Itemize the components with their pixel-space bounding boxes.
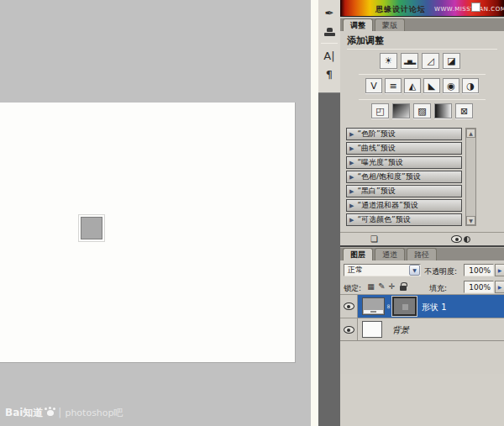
layer-list: ∞ 形状 1 背景	[340, 294, 504, 341]
glyph: V	[370, 81, 377, 92]
shape-fill-thumbnail[interactable]	[362, 297, 385, 315]
lock-all-icon[interactable]	[397, 281, 408, 292]
expanded-view-icon[interactable]: ❏	[370, 234, 378, 244]
background-thumbnail[interactable]	[362, 321, 382, 338]
layers-empty-area	[340, 374, 504, 426]
vibrance-icon[interactable]: V	[365, 78, 382, 93]
levels-icon[interactable]: ▂▅▂	[401, 53, 418, 69]
toolbar-buttons: ✒ A| ¶	[318, 0, 340, 93]
adjustments-footer-bar: ❏	[340, 232, 504, 245]
brush-tool-glyph: ✒	[325, 7, 334, 19]
expander-icon[interactable]: ▶	[349, 188, 354, 195]
preset-label: “色阶”预设	[357, 129, 395, 139]
posterize-icon[interactable]	[392, 103, 410, 118]
opacity-label: 不透明度:	[424, 266, 457, 277]
expander-icon[interactable]: ▶	[349, 202, 354, 209]
brightness-contrast-icon[interactable]: ☀	[380, 53, 397, 69]
site-name-text: 思缘设计论坛	[375, 4, 426, 15]
glyph: ◭	[409, 81, 416, 92]
layers-panel: 正常 ▼ 不透明度: 100% ▶ 锁定: ▦ ✎ ✛ 填充: 100% ▶ ∞…	[340, 260, 504, 426]
fill-value: 100%	[469, 283, 491, 292]
paragraph-tool-icon[interactable]: ¶	[320, 65, 339, 83]
preset-exposure[interactable]: ▶ “曝光度”预设	[346, 156, 462, 169]
preset-scrollbar[interactable]: ▲ ▼	[465, 128, 476, 226]
eye-icon[interactable]	[344, 302, 354, 310]
photo-filter-icon[interactable]: ◉	[443, 78, 459, 93]
scroll-up-icon[interactable]: ▲	[466, 129, 475, 138]
visibility-cell[interactable]	[340, 295, 358, 318]
layer-name[interactable]: 背景	[392, 324, 409, 336]
preset-label: “可选颜色”预设	[357, 214, 410, 225]
exposure-icon[interactable]: ◪	[443, 53, 460, 69]
blend-mode-select[interactable]: 正常 ▼	[344, 264, 421, 276]
pasteboard: Bai知道 | photoshop吧	[0, 0, 311, 426]
gradient-map-icon[interactable]	[434, 103, 452, 118]
opacity-stepper-icon[interactable]: ▶	[495, 264, 504, 276]
blend-mode-value: 正常	[344, 265, 409, 276]
glyph: ≡	[389, 81, 396, 92]
spectrum-watermark-bar: 思缘设计论坛 WWW.MISSYUAN.COM	[340, 0, 504, 17]
layers-tab-bar: 图层 通道 路径	[340, 247, 504, 260]
eye-icon[interactable]	[344, 326, 354, 334]
curves-icon[interactable]: ◿	[422, 53, 439, 69]
fill-slider	[364, 310, 383, 313]
scroll-down-icon[interactable]: ▼	[466, 216, 475, 225]
opacity-field[interactable]: 100%	[464, 264, 494, 276]
threshold-icon[interactable]: ▨	[413, 103, 431, 118]
expander-icon[interactable]: ▶	[349, 131, 354, 138]
lock-transparent-icon[interactable]: ▦	[365, 281, 376, 292]
preset-label: “曝光度”预设	[357, 157, 402, 168]
fill-stepper-icon[interactable]: ▶	[495, 281, 504, 293]
tab-paths[interactable]: 路径	[407, 248, 437, 260]
chevron-down-icon[interactable]: ▼	[409, 265, 420, 276]
toolbar-separator	[321, 43, 338, 44]
invert-icon[interactable]: ◰	[371, 103, 389, 118]
hue-saturation-icon[interactable]: ≡	[385, 78, 402, 93]
vector-mask-thumbnail[interactable]	[392, 297, 417, 316]
adjustments-panel: 添加调整 ☀ ▂▅▂ ◿ ◪ V ≡ ◭ ◣ ◉ ◑ ◰ ▨ ⊠ ▶	[340, 31, 504, 247]
color-balance-icon[interactable]: ◭	[404, 78, 421, 93]
white-swatch	[471, 3, 480, 12]
black-white-icon[interactable]: ◣	[423, 78, 440, 93]
type-tool-icon[interactable]: A|	[320, 46, 339, 65]
selective-color-icon[interactable]: ⊠	[455, 103, 473, 118]
channel-mixer-icon[interactable]: ◑	[462, 78, 479, 93]
glyph: ◣	[428, 81, 435, 92]
fill-field[interactable]: 100%	[464, 281, 494, 293]
adjustment-icon-row-2: V ≡ ◭ ◣ ◉ ◑	[365, 78, 479, 93]
preset-curves[interactable]: ▶ “曲线”预设	[346, 142, 462, 155]
layer-name[interactable]: 形状 1	[422, 302, 447, 313]
layer-row-shape[interactable]: ∞ 形状 1	[340, 295, 504, 318]
expander-icon[interactable]: ▶	[349, 217, 354, 224]
tab-adjustments[interactable]: 调整	[343, 18, 373, 31]
tab-masks[interactable]: 蒙版	[375, 18, 405, 31]
lock-move-icon[interactable]: ✛	[386, 281, 397, 292]
mask-shape-preview	[402, 304, 408, 310]
preset-black-white[interactable]: ▶ “黑白”预设	[346, 185, 462, 197]
preset-levels[interactable]: ▶ “色阶”预设	[346, 128, 462, 140]
glyph: ▨	[417, 106, 426, 117]
shape-object[interactable]	[81, 217, 102, 239]
layer-row-background[interactable]: 背景	[340, 318, 504, 340]
opacity-value: 100%	[469, 266, 491, 275]
glyph: ◰	[375, 106, 384, 117]
document-canvas[interactable]	[0, 103, 296, 363]
expander-icon[interactable]: ▶	[349, 174, 354, 181]
preset-selective-color[interactable]: ▶ “可选颜色”预设	[346, 213, 462, 226]
workspace-divider	[311, 0, 318, 426]
layer-visibility-icon[interactable]	[451, 235, 470, 243]
glyph: ▂▅▂	[404, 58, 415, 65]
glyph: ◉	[447, 81, 455, 92]
preset-hue-saturation[interactable]: ▶ “色相/饱和度”预设	[346, 171, 462, 183]
brush-tool-icon[interactable]: ✒	[320, 3, 339, 22]
tab-channels[interactable]: 通道	[375, 248, 405, 260]
clone-stamp-tool-icon[interactable]	[320, 22, 339, 40]
type-tool-glyph: A|	[323, 50, 334, 62]
preset-label: “黑白”预设	[357, 186, 395, 197]
expander-icon[interactable]: ▶	[349, 145, 354, 152]
preset-channel-mixer[interactable]: ▶ “通道混和器”预设	[346, 199, 462, 212]
expander-icon[interactable]: ▶	[349, 160, 354, 166]
tab-layers[interactable]: 图层	[343, 248, 373, 260]
visibility-cell[interactable]	[340, 318, 358, 340]
eye-icon	[451, 235, 462, 243]
